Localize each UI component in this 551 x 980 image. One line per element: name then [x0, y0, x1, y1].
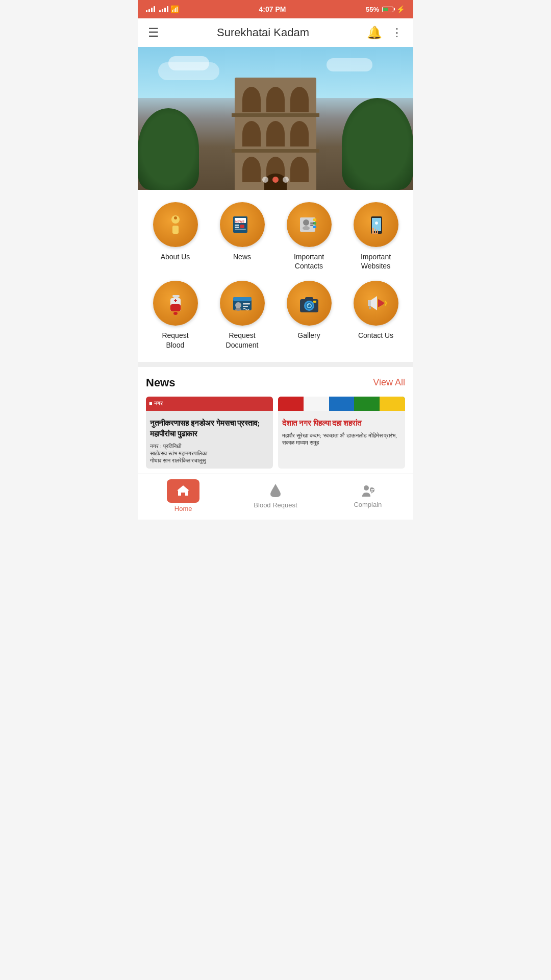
svg-rect-23	[172, 295, 180, 297]
contact-us-label: Contact Us	[358, 331, 393, 340]
svg-point-32	[235, 302, 241, 308]
dot-1[interactable]	[262, 177, 268, 183]
signal-1	[146, 6, 155, 12]
svg-rect-17	[310, 225, 313, 226]
svg-point-11	[303, 219, 309, 226]
bottom-nav: Home Blood Request Complain	[138, 474, 413, 520]
nav-blood-label: Blood Request	[254, 501, 297, 509]
news-card-1-headline: नुतनीकरणासह इनडोअर गेमसचा प्रस्ताव; महाप…	[150, 418, 269, 439]
status-bar: 📶 4:07 PM 55% ⚡	[138, 0, 413, 18]
nav-home[interactable]: Home	[163, 479, 204, 512]
signal-group: 📶	[146, 5, 179, 13]
tree-left	[138, 108, 199, 190]
svg-rect-24	[173, 297, 179, 298]
svg-rect-5	[240, 225, 244, 228]
dot-3[interactable]	[283, 177, 289, 183]
websites-icon	[363, 211, 389, 238]
contact-us-icon	[363, 290, 389, 316]
menu-about-us[interactable]: About Us	[144, 202, 207, 271]
dot-2[interactable]	[272, 177, 279, 183]
gallery-label: Gallery	[297, 331, 320, 340]
home-icon	[176, 483, 190, 498]
header-actions: 🔔 ⋮	[367, 26, 403, 40]
signal-2	[159, 6, 168, 12]
wifi-icon: 📶	[170, 5, 179, 13]
menu-request-document[interactable]: RequestDocument	[211, 281, 273, 349]
news-header: News View All	[146, 376, 405, 389]
svg-point-27	[173, 312, 178, 315]
more-options-icon[interactable]: ⋮	[391, 26, 403, 39]
menu-important-contacts[interactable]: ImportantContacts	[278, 202, 340, 271]
nav-home-label: Home	[174, 505, 192, 512]
svg-rect-37	[305, 297, 313, 301]
about-us-label: About Us	[161, 252, 190, 261]
app-title: Surekhatai Kadam	[217, 26, 309, 39]
about-us-icon	[162, 211, 189, 238]
news-card-2[interactable]: देशात नगर पिहल्या दहा शहरांत महापौर सुरे…	[278, 397, 405, 469]
svg-rect-45	[369, 306, 371, 309]
contacts-icon	[296, 211, 322, 238]
app-header: ☰ Surekhatai Kadam 🔔 ⋮	[138, 18, 413, 47]
svg-rect-13	[313, 218, 316, 221]
nav-blood-icon-wrap	[268, 483, 283, 499]
menu-contact-us[interactable]: Contact Us	[344, 281, 407, 349]
news-card-1-sub: नगर : प्रतिनिधी साठोत्सव स्तंभ महानगरपाल…	[150, 443, 269, 464]
section-divider	[138, 362, 413, 367]
news-card-1[interactable]: ■ नगर नुतनीकरणासह इनडोअर गेमसचा प्रस्ताव…	[146, 397, 273, 469]
request-document-label: RequestDocument	[226, 331, 259, 349]
tree-right	[342, 98, 413, 190]
menu-request-blood[interactable]: RequestBlood	[144, 281, 207, 349]
svg-rect-8	[235, 229, 246, 230]
carousel-dots	[262, 177, 289, 183]
svg-point-2	[174, 216, 177, 219]
bell-icon[interactable]: 🔔	[367, 26, 382, 40]
svg-rect-26	[170, 304, 181, 311]
request-blood-label: RequestBlood	[162, 331, 188, 349]
news-section: News View All ■ नगर नुतनीकरणासह इनडोअर ग…	[138, 367, 413, 474]
svg-rect-35	[243, 306, 248, 307]
news-card-2-sub: महापौर सुरेखा कदम; 'स्वच्छता अँ' डाऊनलोड…	[282, 432, 401, 447]
svg-rect-29	[175, 299, 176, 302]
svg-point-46	[364, 485, 369, 491]
hamburger-icon[interactable]: ☰	[148, 26, 159, 40]
nav-home-bg	[167, 479, 199, 503]
document-icon	[229, 290, 256, 316]
svg-rect-6	[235, 225, 239, 226]
gallery-icon	[296, 290, 322, 316]
person-speak-icon	[360, 483, 375, 499]
view-all-button[interactable]: View All	[373, 377, 405, 388]
important-websites-label: ImportantWebsites	[361, 252, 391, 271]
battery-group: 55% ⚡	[366, 5, 405, 13]
svg-rect-34	[243, 303, 250, 305]
svg-rect-31	[233, 297, 252, 301]
battery-percent: 55%	[366, 6, 379, 13]
svg-rect-15	[313, 226, 316, 228]
news-icon: NEWS	[229, 211, 256, 238]
menu-important-websites[interactable]: ImportantWebsites	[344, 202, 407, 271]
banner-carousel	[138, 47, 413, 190]
svg-point-33	[235, 308, 241, 311]
svg-rect-44	[368, 300, 371, 306]
svg-text:NEWS: NEWS	[235, 220, 244, 223]
svg-rect-1	[172, 226, 179, 234]
important-contacts-label: ImportantContacts	[294, 252, 324, 271]
news-cards: ■ नगर नुतनीकरणासह इनडोअर गेमसचा प्रस्ताव…	[146, 397, 405, 469]
svg-rect-43	[313, 301, 316, 303]
news-section-title: News	[146, 376, 175, 389]
news-card-2-headline: देशात नगर पिहल्या दहा शहरांत	[282, 418, 401, 429]
nav-complain-label: Complain	[354, 501, 382, 508]
nav-complain[interactable]: Complain	[347, 483, 388, 508]
menu-gallery[interactable]: Gallery	[278, 281, 340, 349]
svg-point-42	[307, 304, 309, 306]
svg-rect-16	[310, 223, 314, 224]
svg-rect-7	[235, 227, 239, 228]
status-time: 4:07 PM	[259, 5, 286, 13]
blood-drop-icon	[268, 483, 283, 499]
battery-icon	[382, 7, 393, 12]
nav-blood-request[interactable]: Blood Request	[254, 483, 297, 509]
svg-point-12	[303, 226, 310, 230]
menu-news[interactable]: NEWS News	[211, 202, 273, 271]
nav-complain-icon-wrap	[360, 483, 375, 499]
news-label: News	[233, 252, 251, 261]
menu-grid: About Us NEWS News	[138, 190, 413, 362]
